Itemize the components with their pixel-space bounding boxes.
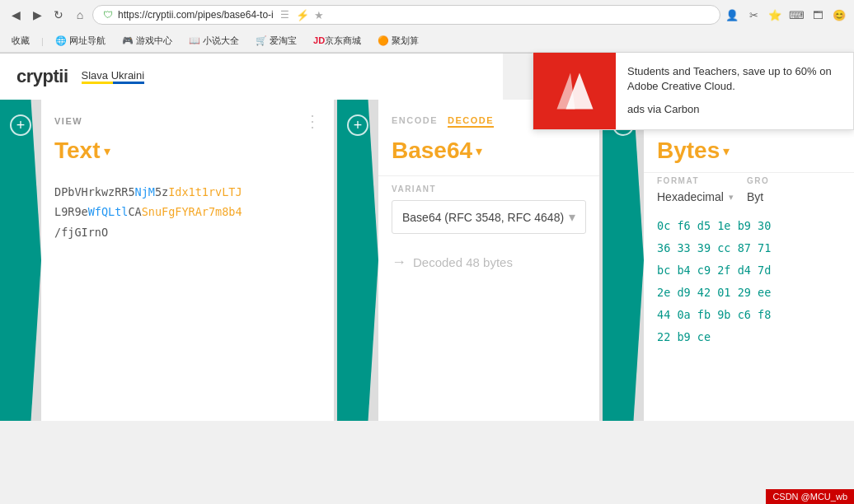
emoji-icon-btn[interactable]: 😊 <box>831 7 847 23</box>
ad-banner: Students and Teachers, save up to 60% on… <box>533 53 854 130</box>
forward-button[interactable]: ▶ <box>28 6 46 24</box>
text-normal-1: DPbVHrkwzRR5 <box>54 185 135 198</box>
byte-1-5: 71 <box>758 241 771 254</box>
byte-3-0: 2e <box>657 286 670 299</box>
ad-text: Students and Teachers, save up to 60% on… <box>616 53 853 129</box>
variant-select[interactable]: Base64 (RFC 3548, RFC 4648) ▾ <box>392 200 586 234</box>
byte-1-4: 87 <box>738 241 751 254</box>
byte-3-2: 42 <box>697 286 711 299</box>
format-select[interactable]: Hexadecimal ▾ <box>657 190 734 203</box>
byte-4-4: c6 <box>738 308 751 321</box>
panel1-add-btn[interactable]: + <box>10 114 31 136</box>
ad-headline: Students and Teachers, save up to 60% on… <box>627 64 842 94</box>
bookmark-taobao[interactable]: 🛒 爱淘宝 <box>251 33 302 49</box>
group-select[interactable]: Byt <box>747 190 769 203</box>
byte-2-1: b4 <box>677 264 690 277</box>
encode-tab[interactable]: ENCODE <box>392 115 438 128</box>
byte-3-5: ee <box>758 286 771 299</box>
variant-section: VARIANT Base64 (RFC 3548, RFC 4648) ▾ <box>378 175 599 239</box>
keyboard-icon-btn[interactable]: ⌨ <box>788 7 805 23</box>
panel1-dropdown-arrow[interactable]: ▾ <box>104 143 110 159</box>
byte-0-2: d5 <box>697 219 711 232</box>
byte-2-2: c9 <box>697 264 711 277</box>
app-header: cryptii Slava Ukraini <box>0 54 503 100</box>
panel1-content: DPbVHrkwzRR5NjM5zIdx1t1rvLTJ L9R9eWfQLtl… <box>41 175 334 255</box>
cut-icon-btn[interactable]: ✂ <box>745 7 762 23</box>
bytes-row-5: 22 b9 ce <box>657 326 841 348</box>
format-arrow: ▾ <box>729 192 734 203</box>
bytes-row-4: 44 0a fb 9b c6 f8 <box>657 304 841 326</box>
decoded-arrow: → <box>392 254 406 271</box>
address-bar[interactable]: 🛡 https://cryptii.com/pipes/base64-to-i … <box>92 5 720 25</box>
bytes-row-2: bc b4 c9 2f d4 7d <box>657 259 841 282</box>
bookmark-juhua[interactable]: 🟠 聚划算 <box>373 33 424 49</box>
decoded-result: → Decoded 48 bytes <box>378 239 599 286</box>
panel2-wrapper: + ENCODE DECODE ⋮ Base64 ▾ VARIANT Base6… <box>336 100 599 421</box>
user-icon-btn[interactable]: 👤 <box>724 7 740 23</box>
decode-tab[interactable]: DECODE <box>448 115 494 128</box>
bookmarks-bar: 收藏 | 🌐 网址导航 🎮 游戏中心 📖 小说大全 🛒 爱淘宝 JD京东商城 🟠… <box>0 30 854 53</box>
browser-chrome: ◀ ▶ ↻ ⌂ 🛡 https://cryptii.com/pipes/base… <box>0 0 854 54</box>
variant-label: VARIANT <box>392 184 586 194</box>
ad-credit: ads via Carbon <box>627 102 842 117</box>
byte-4-2: fb <box>697 308 711 321</box>
byte-0-3: 1e <box>717 219 730 232</box>
panel1-type-name[interactable]: Text <box>54 138 101 164</box>
panel3-dropdown-arrow[interactable]: ▾ <box>723 143 730 159</box>
byte-0-0: 0c <box>657 219 670 232</box>
panel2-add-btn[interactable]: + <box>347 114 368 136</box>
home-button[interactable]: ⌂ <box>71 6 89 24</box>
reload-button[interactable]: ↻ <box>49 6 68 24</box>
format-value: Hexadecimal <box>657 190 724 203</box>
text-normal-2: 5z <box>155 185 168 198</box>
adobe-icon <box>552 68 598 114</box>
panel1-box: VIEW ⋮ Text ▾ DPbVHrkwzRR5NjM5zIdx1t1rvL… <box>41 100 334 421</box>
byte-5-0: 22 <box>657 330 670 343</box>
byte-4-1: 0a <box>677 308 690 321</box>
panel2-box: ENCODE DECODE ⋮ Base64 ▾ VARIANT Base64 … <box>378 100 599 421</box>
byte-1-2: 39 <box>697 241 711 254</box>
panel3-nav[interactable]: + <box>603 100 644 421</box>
group-group: GRO Byt <box>747 176 769 203</box>
bookmark-wangzhi[interactable]: 🌐 网址导航 <box>50 33 110 49</box>
panel1-line1: DPbVHrkwzRR5NjM5zIdx1t1rvLTJ <box>54 182 321 202</box>
panel1-menu-btn[interactable]: ⋮ <box>304 111 321 131</box>
slava-text: Slava Ukraini <box>82 69 145 82</box>
panel3-box: VIEW ⋮ Bytes ▾ FORMAT Hexadecimal ▾ GRO <box>644 100 854 421</box>
panel2-tabs: ENCODE DECODE <box>392 115 494 128</box>
csdn-badge: CSDN @MCU_wb <box>766 489 854 504</box>
format-group: FORMAT Hexadecimal ▾ <box>657 176 734 203</box>
slava-badge[interactable]: Slava Ukraini <box>82 69 145 84</box>
panel1-nav[interactable]: + <box>0 100 41 421</box>
bookmark-youxi[interactable]: 🎮 游戏中心 <box>117 33 177 49</box>
window-icon-btn[interactable]: 🗔 <box>809 7 826 23</box>
panel3-wrapper: + VIEW ⋮ Bytes ▾ FORMAT Hexadecimal ▾ <box>601 100 854 421</box>
panel3-type-name[interactable]: Bytes <box>657 138 720 164</box>
panel2-type-name[interactable]: Base64 <box>392 138 472 164</box>
bytes-row-1: 36 33 39 cc 87 71 <box>657 237 841 259</box>
bookmark-shoucang[interactable]: 收藏 <box>7 33 35 49</box>
bytes-row-3: 2e d9 42 01 29 ee <box>657 282 841 304</box>
byte-1-3: cc <box>717 241 730 254</box>
text-normal-3: L9R9e <box>54 205 88 218</box>
byte-5-2: ce <box>697 330 711 343</box>
star-icon-btn[interactable]: ⭐ <box>767 7 783 23</box>
text-blue-1: NjM <box>135 185 155 198</box>
format-row: FORMAT Hexadecimal ▾ GRO Byt <box>644 172 854 210</box>
byte-0-5: 30 <box>758 219 771 232</box>
panel3-type-row: Bytes ▾ <box>644 136 854 172</box>
byte-4-5: f8 <box>758 308 771 321</box>
bookmark-jd[interactable]: JD京东商城 <box>308 33 366 49</box>
text-normal-4: CA <box>128 205 141 218</box>
byte-2-5: 7d <box>758 264 771 277</box>
byte-3-1: d9 <box>677 286 690 299</box>
browser-icons: 👤 ✂ ⭐ ⌨ 🗔 😊 <box>724 7 847 23</box>
panel2-nav[interactable]: + <box>337 100 378 421</box>
back-button[interactable]: ◀ <box>7 6 25 24</box>
panel1-type-row: Text ▾ <box>41 136 334 175</box>
decoded-text: Decoded 48 bytes <box>413 255 513 269</box>
bookmark-xiaoshuo[interactable]: 📖 小说大全 <box>184 33 244 49</box>
byte-2-0: bc <box>657 264 670 277</box>
panel2-dropdown-arrow[interactable]: ▾ <box>476 143 482 159</box>
panel1-header: VIEW ⋮ <box>41 100 334 136</box>
